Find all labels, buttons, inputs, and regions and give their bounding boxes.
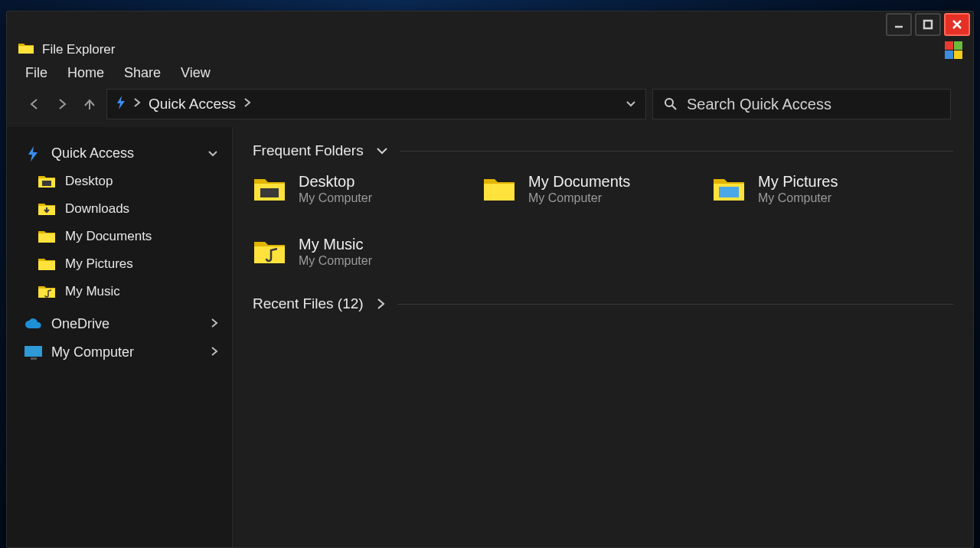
arrow-up-icon xyxy=(83,97,96,111)
chevron-right-icon xyxy=(133,97,141,111)
chevron-right-icon[interactable] xyxy=(211,316,218,332)
folder-location: My Computer xyxy=(299,191,372,205)
nav-bar: Quick Access xyxy=(7,87,973,127)
section-recent-files[interactable]: Recent Files (12) xyxy=(253,295,953,312)
folder-icon xyxy=(482,175,516,204)
folder-music[interactable]: My Music My Computer xyxy=(253,236,467,268)
folder-location: My Computer xyxy=(758,191,838,205)
title-bar: File Explorer xyxy=(7,38,973,62)
chevron-down-icon[interactable] xyxy=(207,145,218,161)
svg-rect-7 xyxy=(24,346,42,357)
body: Quick Access Desktop Downloads My D xyxy=(7,127,973,547)
folder-name: Desktop xyxy=(299,173,372,190)
sidebar-onedrive[interactable]: OneDrive xyxy=(7,310,232,338)
sidebar-item-label: OneDrive xyxy=(51,316,109,332)
folder-music-icon xyxy=(38,284,56,299)
arrow-left-icon xyxy=(28,97,41,111)
folder-music-icon xyxy=(253,237,286,266)
content-pane: Frequent Folders Desktop My Computer xyxy=(233,127,973,547)
folder-location: My Computer xyxy=(299,254,372,268)
folder-name: My Documents xyxy=(528,173,630,190)
folder-desktop-icon xyxy=(38,174,56,189)
svg-line-5 xyxy=(672,106,676,109)
folder-downloads-icon xyxy=(38,201,56,217)
folder-pictures-icon xyxy=(712,175,746,204)
search-icon xyxy=(664,97,678,111)
nav-back-button[interactable] xyxy=(24,93,45,115)
section-frequent-folders[interactable]: Frequent Folders xyxy=(253,142,953,159)
nav-forward-button[interactable] xyxy=(51,93,73,115)
address-dropdown[interactable] xyxy=(626,97,636,111)
sidebar-item-pictures[interactable]: My Pictures xyxy=(7,250,232,278)
cloud-icon xyxy=(24,318,42,331)
sidebar-item-downloads[interactable]: Downloads xyxy=(7,195,232,223)
monitor-icon xyxy=(24,345,42,360)
divider xyxy=(400,151,953,152)
file-explorer-window: File Explorer File Home Share View Quick… xyxy=(6,11,974,548)
sidebar-item-label: My Music xyxy=(65,284,120,299)
svg-rect-10 xyxy=(719,187,739,197)
folder-pictures-icon xyxy=(38,256,56,272)
maximize-icon xyxy=(922,18,934,31)
svg-point-4 xyxy=(665,99,673,106)
close-button[interactable] xyxy=(944,13,970,36)
folder-location: My Computer xyxy=(528,191,630,205)
menu-bar: File Home Share View xyxy=(7,62,973,87)
arrow-right-icon xyxy=(55,97,69,111)
section-title: Frequent Folders xyxy=(253,142,364,159)
sidebar-item-documents[interactable]: My Documents xyxy=(7,223,232,250)
sidebar-item-label: Downloads xyxy=(65,201,129,217)
sidebar-item-music[interactable]: My Music xyxy=(7,278,232,305)
folder-desktop[interactable]: Desktop My Computer xyxy=(253,173,467,205)
sidebar-item-label: My Pictures xyxy=(65,256,133,272)
frequent-folders-grid: Desktop My Computer My Documents My Comp… xyxy=(253,173,926,268)
search-box[interactable] xyxy=(652,89,951,119)
chevron-right-icon[interactable] xyxy=(211,344,218,360)
nav-up-button[interactable] xyxy=(79,93,100,115)
sidebar-item-label: Desktop xyxy=(65,174,113,189)
svg-rect-1 xyxy=(924,21,932,28)
sidebar-item-desktop[interactable]: Desktop xyxy=(7,168,232,195)
folder-desktop-icon xyxy=(253,175,286,204)
menu-view[interactable]: View xyxy=(181,65,211,81)
folder-pictures[interactable]: My Pictures My Computer xyxy=(712,173,926,205)
minimize-icon xyxy=(893,18,905,31)
folder-documents[interactable]: My Documents My Computer xyxy=(482,173,697,205)
windows-logo-icon xyxy=(945,41,962,59)
sidebar-item-label: My Documents xyxy=(65,229,152,244)
section-title: Recent Files (12) xyxy=(253,295,364,312)
svg-rect-8 xyxy=(31,357,37,360)
sidebar-my-computer[interactable]: My Computer xyxy=(7,338,232,367)
maximize-button[interactable] xyxy=(915,13,941,36)
close-icon xyxy=(951,18,963,31)
folder-name: My Pictures xyxy=(758,173,838,190)
sidebar: Quick Access Desktop Downloads My D xyxy=(7,127,233,547)
window-caption xyxy=(7,11,973,38)
menu-home[interactable]: Home xyxy=(67,65,104,81)
search-input[interactable] xyxy=(687,96,939,113)
menu-share[interactable]: Share xyxy=(124,65,161,81)
divider xyxy=(397,304,953,305)
svg-rect-9 xyxy=(260,188,279,197)
sidebar-quick-access[interactable]: Quick Access xyxy=(7,139,232,168)
bolt-icon xyxy=(24,146,42,161)
app-folder-icon xyxy=(18,41,34,58)
app-title: File Explorer xyxy=(42,42,115,57)
address-bar[interactable]: Quick Access xyxy=(106,89,646,119)
chevron-right-icon xyxy=(243,97,251,111)
minimize-button[interactable] xyxy=(886,13,912,36)
folder-name: My Music xyxy=(299,236,372,253)
bolt-icon xyxy=(116,96,126,113)
breadcrumb[interactable]: Quick Access xyxy=(149,96,236,113)
chevron-down-icon xyxy=(376,146,388,155)
folder-icon xyxy=(38,229,56,244)
sidebar-item-label: Quick Access xyxy=(51,145,134,161)
menu-file[interactable]: File xyxy=(25,65,47,81)
chevron-right-icon xyxy=(376,298,385,310)
svg-rect-6 xyxy=(42,181,51,186)
sidebar-item-label: My Computer xyxy=(51,344,134,360)
